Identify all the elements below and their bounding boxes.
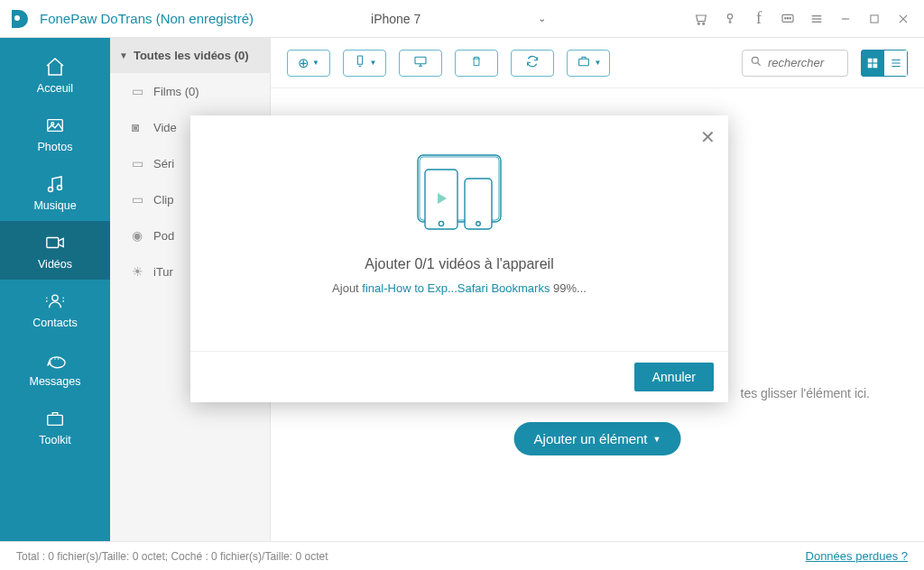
add-button[interactable]: ⊕▼: [287, 50, 330, 77]
chevron-down-icon: ▼: [312, 59, 319, 67]
contacts-icon: [42, 290, 68, 312]
svg-rect-28: [415, 57, 426, 63]
briefcase-icon: [576, 54, 592, 71]
svg-rect-34: [868, 63, 873, 68]
sidebar-item-label: Musique: [33, 199, 76, 212]
photos-icon: [42, 115, 68, 136]
film-icon: ▭: [132, 84, 146, 98]
svg-point-3: [727, 14, 732, 18]
modal-cancel-button[interactable]: Annuler: [634, 363, 714, 391]
chevron-down-icon: ▼: [653, 435, 661, 444]
close-icon[interactable]: [895, 11, 911, 27]
category-header-label: Toutes les vidéos (0): [134, 49, 249, 62]
refresh-icon: [524, 54, 541, 71]
modal-title: Ajouter 0/1 vidéos à l'appareil: [190, 256, 728, 272]
sidebar-item-contacts[interactable]: Contacts: [0, 280, 110, 338]
delete-button[interactable]: [455, 50, 498, 77]
device-selector[interactable]: iPhone 7 ⌄: [362, 12, 546, 26]
to-pc-icon: [412, 54, 429, 71]
cat-item-films[interactable]: ▭Films (0): [110, 73, 270, 109]
view-list-button[interactable]: [884, 50, 908, 77]
feedback-icon[interactable]: [780, 11, 796, 27]
sidebar-item-home[interactable]: Acceuil: [0, 45, 110, 104]
chevron-down-icon: ▼: [370, 59, 377, 67]
minimize-icon[interactable]: [837, 11, 854, 27]
modal-footer: Annuler: [190, 351, 728, 402]
svg-rect-32: [868, 58, 873, 62]
toolkit-icon: [42, 408, 68, 429]
add-element-button[interactable]: Ajouter un élément ▼: [514, 422, 681, 455]
status-footer: Total : 0 fichier(s)/Taille: 0 octet; Co…: [0, 541, 924, 570]
svg-point-23: [51, 358, 52, 359]
sidebar-item-label: Acceuil: [37, 82, 73, 95]
toolbox-button[interactable]: ▼: [567, 50, 610, 77]
maximize-icon[interactable]: [866, 11, 882, 27]
chevron-down-icon: ▼: [595, 59, 602, 67]
podcast-icon: ◉: [132, 228, 146, 243]
svg-point-18: [58, 186, 62, 190]
svg-rect-12: [871, 14, 878, 22]
sidebar-item-photos[interactable]: Photos: [0, 104, 110, 162]
sidebar-item-label: Photos: [38, 141, 73, 153]
tv-icon: ▭: [132, 156, 146, 170]
sidebar-item-toolkit[interactable]: Toolkit: [0, 397, 110, 455]
svg-point-1: [698, 23, 699, 24]
svg-rect-27: [357, 56, 362, 64]
sidebar-item-videos[interactable]: Vidéos: [0, 221, 110, 280]
export-pc-button[interactable]: [399, 50, 442, 77]
modal-close-button[interactable]: ✕: [700, 126, 716, 148]
music-icon: [42, 173, 68, 195]
modal-graphic: [387, 148, 531, 247]
sidebar-item-label: Vidéos: [38, 258, 72, 271]
svg-point-5: [785, 17, 786, 18]
device-name: iPhone 7: [371, 12, 420, 26]
sidebar-item-label: Messages: [30, 375, 81, 388]
search-input[interactable]: [768, 56, 840, 69]
svg-point-25: [58, 358, 59, 359]
videos-icon: [42, 232, 68, 253]
title-actions: f: [693, 11, 924, 27]
itunes-icon: ☀: [132, 264, 146, 279]
svg-point-2: [703, 23, 705, 24]
svg-point-24: [54, 358, 55, 359]
modal-file-name: final-How to Exp...Safari Bookmarks: [362, 281, 550, 295]
video-icon: ◙: [132, 120, 146, 134]
sidebar-item-label: Toolkit: [39, 434, 70, 446]
status-text: Total : 0 fichier(s)/Taille: 0 octet; Co…: [16, 550, 328, 563]
sidebar-item-messages[interactable]: Messages: [0, 338, 110, 397]
svg-point-7: [790, 17, 790, 18]
view-toggle: [861, 50, 908, 77]
sidebar: Acceuil Photos Musique Vidéos Contacts M…: [0, 38, 110, 541]
title-bar: FonePaw DoTrans (Non enregistré) iPhone …: [0, 0, 924, 38]
menu-icon[interactable]: [808, 11, 825, 27]
modal-progress: Ajout final-How to Exp...Safari Bookmark…: [190, 281, 728, 295]
svg-point-6: [787, 17, 788, 18]
trash-icon: [470, 54, 483, 71]
add-element-label: Ajouter un élément: [534, 431, 648, 446]
home-icon: [42, 56, 68, 78]
svg-rect-26: [48, 415, 63, 425]
svg-line-31: [758, 62, 761, 65]
svg-rect-19: [47, 238, 59, 248]
app-logo: [0, 0, 38, 38]
sidebar-item-music[interactable]: Musique: [0, 162, 110, 221]
clip-icon: ▭: [132, 192, 146, 207]
toolbar: ⊕▼ ▼ ▼: [271, 38, 924, 88]
to-device-icon: [353, 54, 367, 71]
chevron-down-icon: ⌄: [538, 13, 546, 24]
svg-rect-35: [873, 63, 878, 68]
facebook-icon[interactable]: f: [751, 11, 767, 27]
search-box[interactable]: [742, 50, 848, 77]
refresh-button[interactable]: [511, 50, 554, 77]
view-grid-button[interactable]: [861, 50, 884, 77]
export-device-button[interactable]: ▼: [343, 50, 386, 77]
category-header[interactable]: ▼ Toutes les vidéos (0): [110, 38, 270, 73]
svg-point-20: [52, 295, 58, 300]
key-icon[interactable]: [722, 11, 738, 27]
plus-icon: ⊕: [298, 55, 310, 71]
svg-point-0: [14, 15, 20, 21]
cart-icon[interactable]: [693, 11, 709, 27]
lost-data-link[interactable]: Données perdues ?: [806, 549, 908, 563]
triangle-down-icon: ▼: [119, 51, 128, 60]
transfer-modal: ✕ Ajouter 0/1 vidéos à l'appareil Ajout …: [190, 115, 728, 402]
